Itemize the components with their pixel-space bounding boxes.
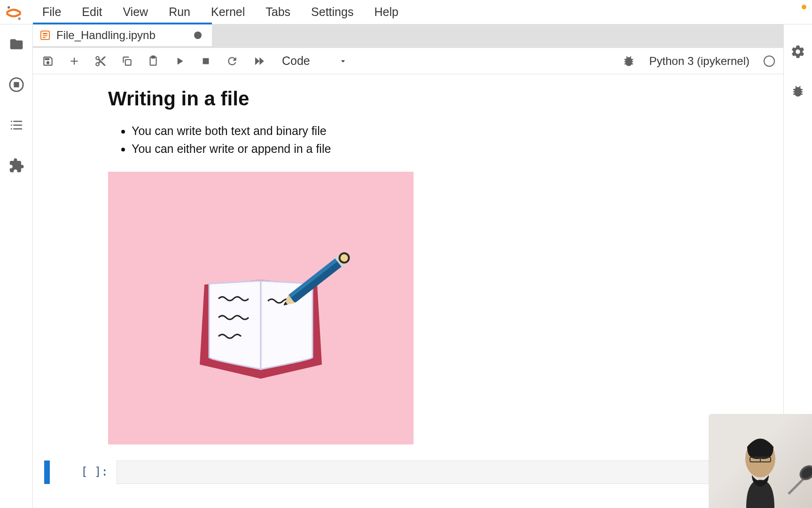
restart-run-all-icon[interactable] bbox=[252, 55, 265, 68]
svg-rect-7 bbox=[43, 37, 46, 38]
cut-icon[interactable] bbox=[94, 55, 107, 68]
svg-rect-11 bbox=[203, 58, 209, 64]
menu-kernel[interactable]: Kernel bbox=[201, 1, 255, 23]
jupyter-logo[interactable] bbox=[5, 3, 23, 21]
file-browser-icon[interactable] bbox=[8, 36, 25, 53]
toc-icon[interactable] bbox=[8, 117, 25, 134]
extension-manager-icon[interactable] bbox=[8, 157, 25, 174]
unsaved-indicator-icon bbox=[194, 32, 202, 39]
tab-bar: File_Handling.ipynb bbox=[33, 24, 783, 48]
left-sidebar bbox=[0, 24, 33, 508]
svg-rect-10 bbox=[152, 56, 155, 58]
notebook-writing-illustration bbox=[108, 172, 414, 444]
notebook-toolbar: Code Python 3 (ipykernel) bbox=[33, 48, 783, 74]
debug-icon[interactable] bbox=[622, 55, 635, 68]
copy-icon[interactable] bbox=[120, 55, 133, 68]
menu-run[interactable]: Run bbox=[158, 1, 201, 23]
bullet-list: You can write both text and binary file … bbox=[108, 122, 753, 158]
markdown-cell[interactable]: Writing in a file You can write both tex… bbox=[44, 87, 772, 444]
restart-icon[interactable] bbox=[226, 55, 239, 68]
svg-rect-6 bbox=[43, 35, 47, 36]
chevron-down-icon bbox=[338, 56, 348, 66]
menu-help[interactable]: Help bbox=[364, 1, 408, 23]
kernel-status-icon[interactable] bbox=[764, 56, 775, 67]
save-icon[interactable] bbox=[41, 55, 55, 68]
menu-edit[interactable]: Edit bbox=[71, 1, 112, 23]
paste-icon[interactable] bbox=[147, 55, 160, 68]
svg-rect-5 bbox=[43, 33, 47, 34]
menu-settings[interactable]: Settings bbox=[301, 1, 364, 23]
insert-cell-icon[interactable] bbox=[68, 55, 81, 68]
cell-type-value: Code bbox=[282, 54, 310, 68]
heading: Writing in a file bbox=[108, 87, 753, 110]
code-cell[interactable]: [ ]: bbox=[44, 460, 772, 484]
svg-point-1 bbox=[18, 17, 21, 20]
tab-label: File_Handling.ipynb bbox=[56, 29, 156, 42]
interrupt-icon[interactable] bbox=[199, 55, 212, 68]
kernel-name[interactable]: Python 3 (ipykernel) bbox=[649, 55, 750, 68]
svg-rect-3 bbox=[14, 83, 18, 87]
run-icon[interactable] bbox=[173, 55, 186, 68]
property-inspector-icon[interactable] bbox=[789, 43, 806, 60]
cell-prompt: [ ]: bbox=[55, 460, 117, 484]
cell-type-dropdown[interactable]: Code bbox=[278, 54, 348, 68]
running-kernels-icon[interactable] bbox=[8, 76, 25, 93]
menu-file[interactable]: File bbox=[32, 1, 71, 23]
webcam-overlay bbox=[709, 414, 812, 508]
code-input[interactable] bbox=[117, 460, 772, 484]
list-item: You can either write or append in a file bbox=[132, 140, 753, 158]
menu-tabs[interactable]: Tabs bbox=[255, 1, 301, 23]
tab-file-handling[interactable]: File_Handling.ipynb bbox=[33, 24, 212, 46]
svg-point-0 bbox=[8, 6, 10, 8]
debugger-icon[interactable] bbox=[789, 83, 806, 100]
svg-rect-8 bbox=[125, 59, 131, 65]
center-area: File_Handling.ipynb bbox=[33, 24, 784, 508]
menu-view[interactable]: View bbox=[112, 1, 158, 23]
active-cell-indicator bbox=[44, 460, 50, 484]
menubar: File Edit View Run Kernel Tabs Settings … bbox=[0, 0, 812, 24]
notebook-content: Writing in a file You can write both tex… bbox=[33, 74, 783, 508]
notebook-icon bbox=[39, 30, 51, 41]
notification-dot-icon bbox=[802, 5, 806, 9]
list-item: You can write both text and binary file bbox=[132, 122, 753, 140]
